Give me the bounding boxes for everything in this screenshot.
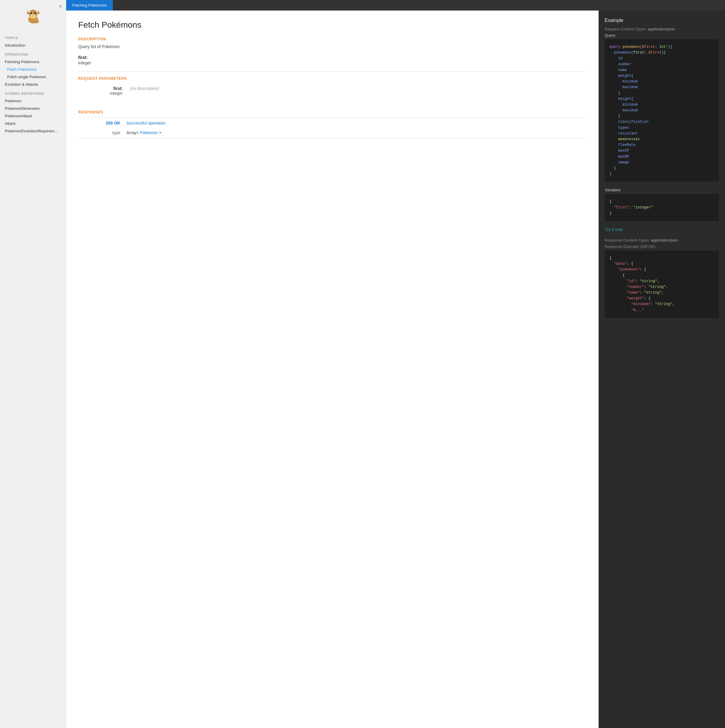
top-tabs-bar: Fetching Pokémons xyxy=(66,0,725,11)
svg-point-11 xyxy=(32,14,34,15)
sidebar-item-pokemon-evolution[interactable]: PokemonEvolutionRequirem… xyxy=(0,127,66,135)
response-row-200: 200 OK Successful operation xyxy=(78,117,586,128)
query-code-block: query pokemons($first: Int!){ pokemons(f… xyxy=(605,40,719,182)
sidebar-item-evolution-attacks[interactable]: Evolution & Attacks xyxy=(0,81,66,88)
param-subtype: integer xyxy=(82,91,123,96)
sidebar-item-pokemon-attack[interactable]: PokemonAttack xyxy=(0,112,66,120)
sidebar: ✕ TOPICS In xyxy=(0,0,66,728)
response-code-200: 200 OK xyxy=(78,121,126,125)
table-row: first: integer (no description) xyxy=(78,84,586,98)
responses-section: RESPONSES 200 OK Successful operation ty… xyxy=(78,110,586,138)
sidebar-item-fetching-pokemons[interactable]: Fetching Pokémons xyxy=(0,58,66,66)
svg-point-10 xyxy=(34,13,35,13)
variables-label: Variables xyxy=(605,188,719,192)
logo-area xyxy=(0,5,66,32)
response-content-types: Response Content-Types: application/json xyxy=(605,238,719,242)
divider-1 xyxy=(78,71,586,72)
svg-point-7 xyxy=(31,12,32,14)
eevee-logo xyxy=(23,7,43,26)
sidebar-item-fetch-pokemons[interactable]: Fetch Pokémons xyxy=(0,66,66,73)
operations-section-label: OPERATIONS xyxy=(0,49,66,58)
schema-section-label: SCHEMA DEFINITIONS xyxy=(0,88,66,97)
query-label: Query xyxy=(605,33,719,38)
param-name: first: xyxy=(113,86,123,91)
svg-point-8 xyxy=(34,12,36,14)
variables-code-block: { "first": "integer" } xyxy=(605,194,719,221)
right-panel: Example Request Content-Types: applicati… xyxy=(599,11,725,728)
responses-label: RESPONSES xyxy=(78,110,586,114)
sidebar-item-pokemon-dimension[interactable]: PokemonDimension xyxy=(0,105,66,112)
request-params-label: REQUEST PARAMETERS xyxy=(78,76,586,81)
param-header-first: first: xyxy=(78,55,586,60)
svg-point-12 xyxy=(29,16,37,18)
request-content-types: Request Content-Types: application/json xyxy=(605,27,719,31)
response-example-code-block: { "data": { "pokemons": [ { "id": "strin… xyxy=(605,251,719,318)
sidebar-item-introduction[interactable]: Introduction xyxy=(0,41,66,49)
middle-content: Fetch Pokémons DESCRIPTION Query list of… xyxy=(66,11,599,728)
sidebar-item-attack[interactable]: Attack xyxy=(0,120,66,127)
content-split: Fetch Pokémons DESCRIPTION Query list of… xyxy=(66,11,725,728)
pokemon-link[interactable]: Pokemon xyxy=(140,130,158,135)
response-type-value: Array< Pokemon > xyxy=(126,130,162,135)
param-desc-cell: (no description) xyxy=(126,84,586,98)
param-type-integer: integer xyxy=(78,60,586,65)
response-desc-200: Successful operation xyxy=(126,121,165,125)
page-title: Fetch Pokémons xyxy=(78,20,586,30)
response-type-label: type xyxy=(78,130,126,135)
main-area: Fetching Pokémons Fetch Pokémons DESCRIP… xyxy=(66,0,725,728)
response-example-label: Response Example (200 OK) xyxy=(605,244,719,249)
response-type-row: type Array< Pokemon > xyxy=(78,128,586,138)
sidebar-item-pokemon[interactable]: Pokemon xyxy=(0,97,66,105)
topics-section-label: TOPICS xyxy=(0,32,66,41)
params-table: first: integer (no description) xyxy=(78,84,586,98)
close-icon[interactable]: ✕ xyxy=(58,4,62,9)
example-title: Example xyxy=(605,18,719,23)
description-text: Query list of Pokémon xyxy=(78,44,586,49)
description-label: DESCRIPTION xyxy=(78,37,586,41)
svg-point-9 xyxy=(31,13,31,13)
param-no-desc: (no description) xyxy=(130,86,159,91)
try-now-link[interactable]: Try it now xyxy=(605,227,719,232)
tab-fetching-pokemons[interactable]: Fetching Pokémons xyxy=(66,0,113,11)
sidebar-item-fetch-single-pokemon[interactable]: Fetch single Pokémon xyxy=(0,73,66,81)
param-name-cell: first: integer xyxy=(78,84,126,98)
